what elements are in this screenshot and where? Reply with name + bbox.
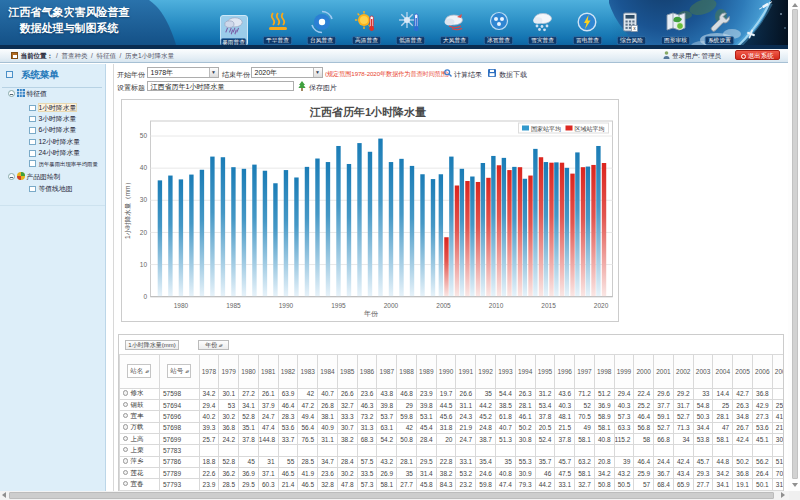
svg-text:40: 40 — [139, 164, 147, 171]
svg-text:2020: 2020 — [593, 302, 608, 309]
svg-text:0: 0 — [143, 293, 147, 300]
svg-text:2000: 2000 — [383, 302, 398, 309]
svg-text:国家站平均: 国家站平均 — [531, 125, 561, 133]
svg-text:1985: 1985 — [226, 302, 241, 309]
svg-text:1980: 1980 — [173, 302, 188, 309]
svg-text:50: 50 — [139, 132, 147, 139]
svg-text:2010: 2010 — [488, 302, 503, 309]
svg-text:年份: 年份 — [364, 310, 379, 318]
svg-text:2005: 2005 — [436, 302, 451, 309]
svg-text:20: 20 — [139, 229, 147, 236]
svg-text:1小时降水量（mm）: 1小时降水量（mm） — [124, 179, 132, 239]
svg-text:区域站平均: 区域站平均 — [574, 125, 604, 133]
svg-text:30: 30 — [139, 196, 147, 203]
svg-text:1995: 1995 — [331, 302, 346, 309]
svg-text:2015: 2015 — [541, 302, 556, 309]
svg-text:10: 10 — [139, 261, 147, 268]
svg-text:1990: 1990 — [278, 302, 293, 309]
svg-text:江西省历年1小时降水量: 江西省历年1小时降水量 — [308, 106, 425, 118]
